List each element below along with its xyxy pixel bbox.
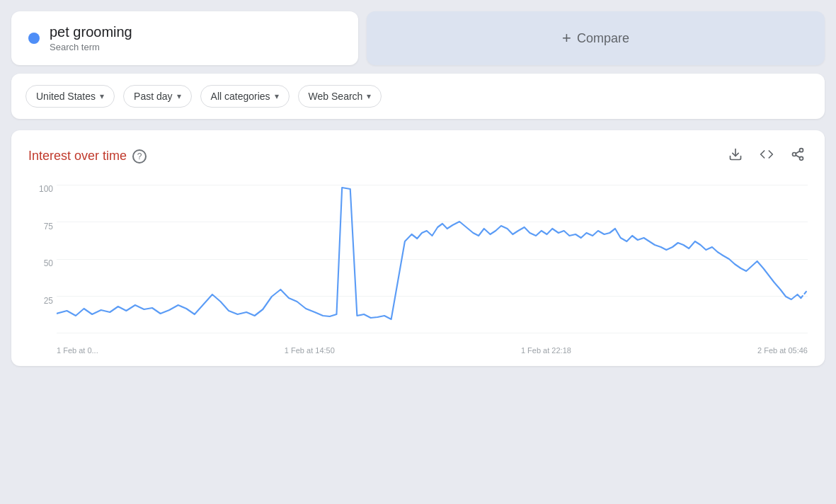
time-label: Past day	[134, 91, 172, 102]
chart-area: 100 75 50 25 1 Feb at 0... 1 Feb at 14:5…	[57, 185, 808, 355]
download-button[interactable]	[726, 144, 745, 168]
search-type-filter[interactable]: Web Search ▾	[298, 85, 382, 108]
search-type-chevron: ▾	[367, 91, 371, 101]
chart-actions	[726, 144, 808, 168]
search-term-text: pet grooming Search term	[50, 24, 132, 52]
chart-title-row: Interest over time ?	[28, 149, 147, 164]
y-label-25: 25	[44, 297, 53, 305]
compare-card[interactable]: + Compare	[367, 11, 825, 65]
region-chevron: ▾	[100, 91, 104, 101]
y-label-75: 75	[44, 222, 53, 231]
chart-header: Interest over time ?	[28, 144, 808, 168]
x-label-0: 1 Feb at 0...	[57, 346, 98, 355]
time-filter[interactable]: Past day ▾	[123, 85, 191, 108]
region-label: United States	[36, 91, 96, 102]
x-label-1450: 1 Feb at 14:50	[285, 346, 335, 355]
y-label-100: 100	[39, 185, 53, 193]
search-term-dot	[28, 33, 40, 44]
x-labels: 1 Feb at 0... 1 Feb at 14:50 1 Feb at 22…	[57, 337, 808, 355]
help-icon[interactable]: ?	[132, 149, 147, 164]
svg-line-5	[796, 151, 800, 153]
term-label: Search term	[50, 42, 132, 52]
categories-filter[interactable]: All categories ▾	[200, 85, 290, 108]
x-label-0546: 2 Feb at 05:46	[757, 346, 808, 355]
share-button[interactable]	[788, 144, 808, 168]
search-type-label: Web Search	[309, 91, 363, 102]
embed-button[interactable]	[757, 144, 777, 168]
region-filter[interactable]: United States ▾	[25, 85, 115, 108]
categories-label: All categories	[211, 91, 270, 102]
search-term-card: pet grooming Search term	[11, 11, 358, 65]
plus-icon: +	[562, 29, 571, 47]
term-name: pet grooming	[50, 24, 132, 40]
filter-bar: United States ▾ Past day ▾ All categorie…	[11, 74, 825, 119]
time-chevron: ▾	[177, 91, 181, 101]
compare-label: Compare	[577, 31, 629, 46]
y-label-50: 50	[44, 259, 53, 268]
x-label-2218: 1 Feb at 22:18	[521, 346, 571, 355]
chart-title: Interest over time	[28, 149, 127, 164]
svg-line-4	[796, 155, 800, 157]
chart-card: Interest over time ?	[11, 130, 825, 366]
chart-svg	[57, 185, 808, 333]
y-axis: 100 75 50 25	[28, 185, 53, 333]
categories-chevron: ▾	[275, 91, 279, 101]
